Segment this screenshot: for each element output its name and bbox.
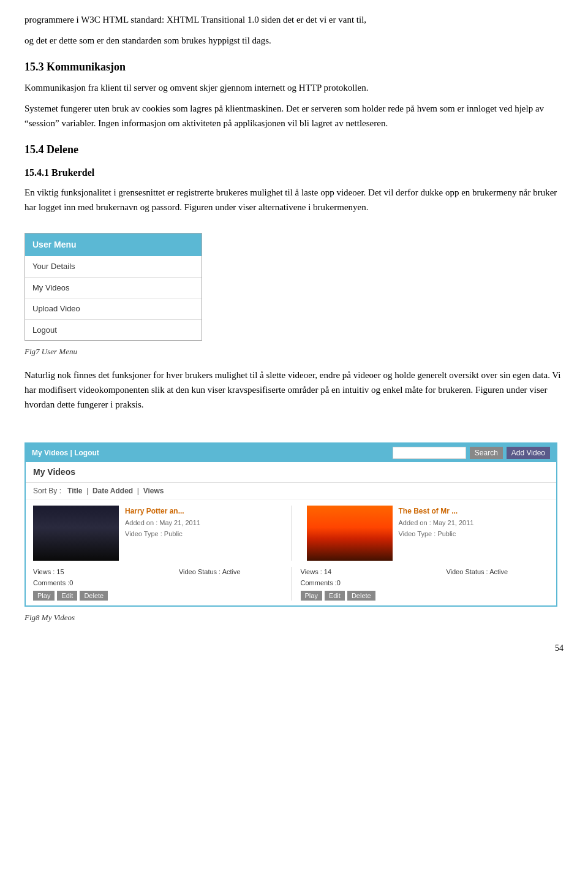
video-actions-1: Play Edit Delete — [33, 591, 136, 601]
sort-by-label: Sort By : — [33, 487, 61, 495]
video-item-2: The Best of Mr ... Added on : May 21, 20… — [307, 506, 549, 561]
user-menu-item-my-videos[interactable]: My Videos — [25, 278, 202, 299]
video-edit-btn-2[interactable]: Edit — [325, 591, 345, 601]
sort-by-date[interactable]: Date Added — [92, 487, 133, 495]
sort-by-title[interactable]: Title — [67, 487, 82, 495]
video-bottom-2: Views : 14 Comments :0 Play Edit Delete — [301, 567, 404, 601]
figure-8-container: My Videos | Logout Search Add Video My V… — [24, 430, 564, 607]
user-menu-item-your-details[interactable]: Your Details — [25, 256, 202, 278]
section-15-4-1-heading: 15.4.1 Brukerdel — [24, 165, 564, 180]
user-menu-figure: User Menu Your Details My Videos Upload … — [24, 233, 202, 341]
my-videos-grid: Harry Potter an... Added on : May 21, 20… — [26, 499, 556, 567]
video-bottom-1: Views : 15 Comments :0 Play Edit Delete — [33, 567, 136, 601]
video-views-1: Views : 15 — [33, 567, 136, 577]
my-videos-add-button[interactable]: Add Video — [507, 447, 550, 459]
video-status-text-2: Video Status : Active — [446, 567, 549, 577]
video-edit-btn-1[interactable]: Edit — [57, 591, 77, 601]
video-comments-2: Comments :0 — [301, 578, 404, 588]
video-comments-1: Comments :0 — [33, 578, 136, 588]
user-menu-header-text: User Menu — [32, 240, 77, 249]
video-added-1: Added on : May 21, 2011 — [125, 518, 276, 528]
section-15-4-1-para2: Naturlig nok finnes det funksjoner for h… — [24, 368, 564, 412]
fig7-caption: Fig7 User Menu — [24, 346, 564, 358]
section-15-3-heading: 15.3 Kommunikasjon — [24, 59, 564, 75]
video-info-2: The Best of Mr ... Added on : May 21, 20… — [399, 506, 549, 561]
my-videos-search-button[interactable]: Search — [470, 447, 503, 459]
user-menu-header: User Menu — [25, 233, 202, 256]
video-divider — [291, 506, 292, 561]
video-views-2: Views : 14 — [301, 567, 404, 577]
bottom-divider — [291, 567, 292, 601]
section-15-3-para2: Systemet fungerer uten bruk av cookies s… — [24, 101, 564, 131]
intro-line1: programmere i W3C HTML standard: XHTML T… — [24, 12, 564, 27]
video-delete-btn-1[interactable]: Delete — [80, 591, 108, 601]
my-videos-search-input[interactable] — [393, 447, 466, 459]
video-item-1: Harry Potter an... Added on : May 21, 20… — [33, 506, 276, 561]
my-videos-top-bar: My Videos | Logout Search Add Video — [26, 444, 556, 462]
video-thumb-dark — [33, 506, 119, 561]
video-info-1: Harry Potter an... Added on : May 21, 20… — [125, 506, 276, 561]
figure-7-container: User Menu Your Details My Videos Upload … — [24, 233, 202, 341]
video-thumb-1 — [33, 506, 119, 561]
video-status-2: Video Status : Active — [446, 567, 549, 601]
video-thumb-2 — [307, 506, 393, 561]
section-15-4-heading: 15.4 Delene — [24, 142, 564, 158]
sort-by-views[interactable]: Views — [143, 487, 164, 495]
user-menu-item-upload-video[interactable]: Upload Video — [25, 298, 202, 320]
my-videos-bottom-info: Views : 15 Comments :0 Play Edit Delete … — [26, 567, 556, 605]
video-title-2: The Best of Mr ... — [399, 506, 549, 517]
my-videos-top-links: My Videos | Logout — [32, 447, 99, 458]
my-videos-title: My Videos — [26, 462, 556, 483]
video-thumb-sunset — [307, 506, 393, 561]
video-play-btn-1[interactable]: Play — [33, 591, 55, 601]
my-videos-figure: My Videos | Logout Search Add Video My V… — [24, 442, 557, 607]
video-added-2: Added on : May 21, 2011 — [399, 518, 549, 528]
video-type-2: Video Type : Public — [399, 529, 549, 539]
user-menu-item-logout[interactable]: Logout — [25, 320, 202, 341]
page-number: 54 — [24, 642, 564, 654]
section-15-4-1-para1: En viktig funksjonalitet i grensesnittet… — [24, 185, 564, 214]
bottom-spacer — [142, 567, 173, 601]
video-title-1: Harry Potter an... — [125, 506, 276, 517]
intro-line2: og det er dette som er den standarden so… — [24, 33, 564, 48]
video-status-1: Video Status : Active — [179, 567, 282, 601]
bottom-spacer-2 — [409, 567, 440, 601]
fig8-caption: Fig8 My Videos — [24, 612, 564, 624]
video-actions-2: Play Edit Delete — [301, 591, 404, 601]
video-play-btn-2[interactable]: Play — [301, 591, 322, 601]
user-bold: User — [32, 240, 51, 249]
video-delete-btn-2[interactable]: Delete — [347, 591, 375, 601]
my-videos-sort-bar: Sort By : Title | Date Added | Views — [26, 483, 556, 499]
video-status-text-1: Video Status : Active — [179, 567, 282, 577]
video-type-1: Video Type : Public — [125, 529, 276, 539]
section-15-3-para1: Kommunikasjon fra klient til server og o… — [24, 80, 564, 95]
